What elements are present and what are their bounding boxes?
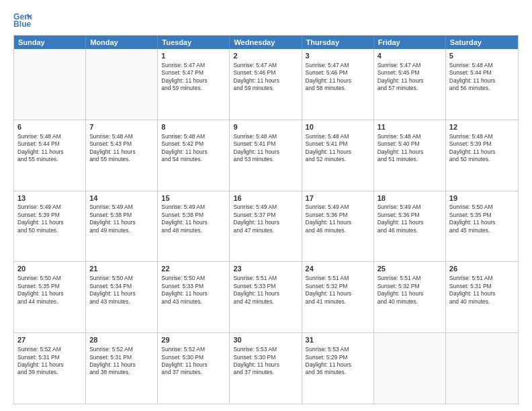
day-number: 31 [306,335,370,345]
calendar-day-22: 22Sunrise: 5:50 AM Sunset: 5:33 PM Dayli… [158,262,230,332]
day-number: 9 [233,122,298,132]
day-number: 29 [161,335,226,345]
day-number: 28 [89,335,154,345]
calendar-day-19: 19Sunrise: 5:50 AM Sunset: 5:35 PM Dayli… [446,191,518,262]
day-number: 24 [306,264,370,274]
day-info: Sunrise: 5:48 AM Sunset: 5:42 PM Dayligh… [161,133,226,164]
day-info: Sunrise: 5:49 AM Sunset: 5:36 PM Dayligh… [306,203,370,234]
calendar-day-12: 12Sunrise: 5:48 AM Sunset: 5:39 PM Dayli… [446,120,518,191]
day-number: 14 [89,193,154,203]
calendar-day-10: 10Sunrise: 5:48 AM Sunset: 5:41 PM Dayli… [302,120,374,191]
day-number: 8 [161,122,226,132]
day-number: 19 [449,193,515,203]
day-info: Sunrise: 5:50 AM Sunset: 5:34 PM Dayligh… [89,275,154,306]
day-info: Sunrise: 5:48 AM Sunset: 5:39 PM Dayligh… [449,133,515,164]
calendar-day-4: 4Sunrise: 5:47 AM Sunset: 5:45 PM Daylig… [374,49,446,120]
day-number: 27 [17,335,82,345]
calendar-row-3: 13Sunrise: 5:49 AM Sunset: 5:39 PM Dayli… [14,191,518,262]
day-info: Sunrise: 5:49 AM Sunset: 5:38 PM Dayligh… [89,203,154,234]
day-info: Sunrise: 5:48 AM Sunset: 5:44 PM Dayligh… [17,133,82,164]
day-info: Sunrise: 5:47 AM Sunset: 5:47 PM Dayligh… [161,62,226,93]
calendar-row-2: 6Sunrise: 5:48 AM Sunset: 5:44 PM Daylig… [14,120,518,191]
calendar-day-30: 30Sunrise: 5:53 AM Sunset: 5:30 PM Dayli… [230,333,302,404]
weekday-header-saturday: Saturday [446,36,518,49]
day-info: Sunrise: 5:48 AM Sunset: 5:41 PM Dayligh… [306,133,370,164]
day-number: 4 [378,51,442,61]
calendar-day-28: 28Sunrise: 5:52 AM Sunset: 5:31 PM Dayli… [86,333,158,404]
day-number: 23 [233,264,298,274]
day-info: Sunrise: 5:52 AM Sunset: 5:31 PM Dayligh… [89,346,154,377]
day-number: 1 [161,51,226,61]
calendar-body: 1Sunrise: 5:47 AM Sunset: 5:47 PM Daylig… [14,49,518,404]
calendar-day-21: 21Sunrise: 5:50 AM Sunset: 5:34 PM Dayli… [86,262,158,332]
day-number: 15 [161,193,226,203]
calendar-day-29: 29Sunrise: 5:52 AM Sunset: 5:30 PM Dayli… [158,333,230,404]
day-info: Sunrise: 5:48 AM Sunset: 5:44 PM Dayligh… [449,62,515,93]
day-info: Sunrise: 5:47 AM Sunset: 5:45 PM Dayligh… [378,62,442,93]
calendar-day-23: 23Sunrise: 5:51 AM Sunset: 5:33 PM Dayli… [230,262,302,332]
day-info: Sunrise: 5:51 AM Sunset: 5:33 PM Dayligh… [233,275,298,306]
calendar-row-5: 27Sunrise: 5:52 AM Sunset: 5:31 PM Dayli… [14,332,518,404]
weekday-header-wednesday: Wednesday [230,36,302,49]
calendar-day-31: 31Sunrise: 5:53 AM Sunset: 5:29 PM Dayli… [302,333,374,404]
calendar: SundayMondayTuesdayWednesdayThursdayFrid… [13,35,519,404]
day-number: 7 [89,122,154,132]
calendar-empty-cell [374,333,446,404]
day-info: Sunrise: 5:51 AM Sunset: 5:32 PM Dayligh… [378,275,442,306]
weekday-header-tuesday: Tuesday [158,36,230,49]
day-info: Sunrise: 5:52 AM Sunset: 5:30 PM Dayligh… [161,346,226,377]
calendar-day-5: 5Sunrise: 5:48 AM Sunset: 5:44 PM Daylig… [446,49,518,120]
day-number: 5 [449,51,515,61]
calendar-day-25: 25Sunrise: 5:51 AM Sunset: 5:32 PM Dayli… [374,262,446,332]
page: General Blue SundayMondayTuesdayWednesda… [0,0,532,411]
day-number: 21 [89,264,154,274]
calendar-empty-cell [86,49,158,120]
calendar-day-20: 20Sunrise: 5:50 AM Sunset: 5:35 PM Dayli… [14,262,86,332]
day-info: Sunrise: 5:50 AM Sunset: 5:35 PM Dayligh… [449,203,515,234]
calendar-day-15: 15Sunrise: 5:49 AM Sunset: 5:38 PM Dayli… [158,191,230,262]
calendar-day-2: 2Sunrise: 5:47 AM Sunset: 5:46 PM Daylig… [230,49,302,120]
calendar-day-18: 18Sunrise: 5:49 AM Sunset: 5:36 PM Dayli… [374,191,446,262]
calendar-day-9: 9Sunrise: 5:48 AM Sunset: 5:41 PM Daylig… [230,120,302,191]
calendar-row-1: 1Sunrise: 5:47 AM Sunset: 5:47 PM Daylig… [14,49,518,120]
weekday-header-monday: Monday [86,36,158,49]
day-info: Sunrise: 5:51 AM Sunset: 5:32 PM Dayligh… [306,275,370,306]
weekday-header-friday: Friday [374,36,446,49]
day-info: Sunrise: 5:47 AM Sunset: 5:46 PM Dayligh… [306,62,370,93]
day-number: 2 [233,51,298,61]
day-info: Sunrise: 5:52 AM Sunset: 5:31 PM Dayligh… [17,346,82,377]
day-number: 22 [161,264,226,274]
day-number: 18 [378,193,442,203]
day-info: Sunrise: 5:53 AM Sunset: 5:29 PM Dayligh… [306,346,370,377]
weekday-header-sunday: Sunday [14,36,86,49]
day-number: 6 [17,122,82,132]
day-info: Sunrise: 5:50 AM Sunset: 5:33 PM Dayligh… [161,275,226,306]
day-number: 12 [449,122,515,132]
day-number: 11 [378,122,442,132]
calendar-day-14: 14Sunrise: 5:49 AM Sunset: 5:38 PM Dayli… [86,191,158,262]
header: General Blue [13,11,519,30]
calendar-day-3: 3Sunrise: 5:47 AM Sunset: 5:46 PM Daylig… [302,49,374,120]
day-number: 30 [233,335,298,345]
day-info: Sunrise: 5:49 AM Sunset: 5:36 PM Dayligh… [378,203,442,234]
day-info: Sunrise: 5:50 AM Sunset: 5:35 PM Dayligh… [17,275,82,306]
calendar-day-26: 26Sunrise: 5:51 AM Sunset: 5:31 PM Dayli… [446,262,518,332]
day-info: Sunrise: 5:47 AM Sunset: 5:46 PM Dayligh… [233,62,298,93]
day-info: Sunrise: 5:51 AM Sunset: 5:31 PM Dayligh… [449,275,515,306]
calendar-day-1: 1Sunrise: 5:47 AM Sunset: 5:47 PM Daylig… [158,49,230,120]
day-number: 16 [233,193,298,203]
logo: General Blue [13,11,35,30]
day-info: Sunrise: 5:48 AM Sunset: 5:40 PM Dayligh… [378,133,442,164]
day-number: 20 [17,264,82,274]
calendar-empty-cell [14,49,86,120]
day-number: 25 [378,264,442,274]
calendar-day-24: 24Sunrise: 5:51 AM Sunset: 5:32 PM Dayli… [302,262,374,332]
day-info: Sunrise: 5:48 AM Sunset: 5:41 PM Dayligh… [233,133,298,164]
day-number: 17 [306,193,370,203]
svg-text:Blue: Blue [13,19,32,29]
calendar-header: SundayMondayTuesdayWednesdayThursdayFrid… [14,36,518,49]
calendar-day-7: 7Sunrise: 5:48 AM Sunset: 5:43 PM Daylig… [86,120,158,191]
calendar-empty-cell [446,333,518,404]
calendar-day-8: 8Sunrise: 5:48 AM Sunset: 5:42 PM Daylig… [158,120,230,191]
calendar-day-13: 13Sunrise: 5:49 AM Sunset: 5:39 PM Dayli… [14,191,86,262]
